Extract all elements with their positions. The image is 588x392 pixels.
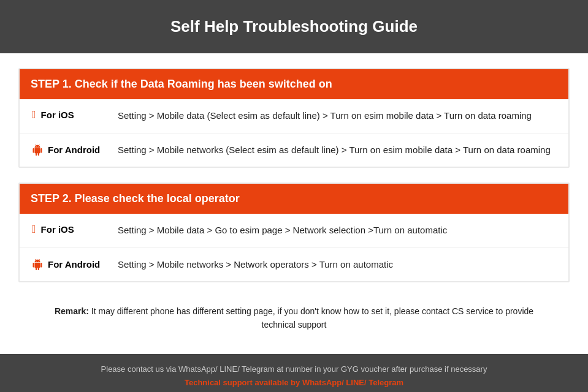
step1-block: STEP 1. Check if the Data Roaming has be… xyxy=(18,68,570,168)
remark-section: Remark: It may different phone has diffe… xyxy=(18,297,570,339)
step1-ios-label:  For iOS xyxy=(32,109,118,120)
step2-android-row: For Android Setting > Mobile networks > … xyxy=(20,248,568,282)
step1-android-label: For Android xyxy=(32,143,118,156)
step2-android-text: Setting > Mobile networks > Network oper… xyxy=(118,258,393,272)
step1-ios-text: Setting > Mobile data (Select esim as de… xyxy=(118,109,532,123)
remark-text: It may different phone has different set… xyxy=(91,306,533,330)
footer-main-text: Please contact us via WhatsApp/ LINE/ Te… xyxy=(12,363,576,376)
main-content: STEP 1. Check if the Data Roaming has be… xyxy=(0,53,588,354)
page-header: Self Help Troubleshooting Guide xyxy=(0,0,588,53)
step1-header: STEP 1. Check if the Data Roaming has be… xyxy=(20,69,568,99)
footer-support-text: Technical support available by WhatsApp/… xyxy=(12,376,576,390)
step1-body:  For iOS Setting > Mobile data (Select … xyxy=(20,99,568,167)
step2-header: STEP 2. Please check the local operator xyxy=(20,184,568,214)
page-title: Self Help Troubleshooting Guide xyxy=(12,17,576,36)
android-icon xyxy=(32,143,43,156)
step1-android-row: For Android Setting > Mobile networks (S… xyxy=(20,134,568,167)
step2-ios-row:  For iOS Setting > Mobile data > Go to … xyxy=(20,214,568,248)
step1-ios-row:  For iOS Setting > Mobile data (Select … xyxy=(20,99,568,134)
apple-icon:  xyxy=(32,109,36,120)
step1-android-text: Setting > Mobile networks (Select esim a… xyxy=(118,143,551,157)
step2-heading: STEP 2. Please check the local operator xyxy=(31,192,240,205)
step2-ios-label:  For iOS xyxy=(32,224,118,235)
step2-ios-text: Setting > Mobile data > Go to esim page … xyxy=(118,224,447,238)
apple-icon-2:  xyxy=(32,224,36,235)
step2-body:  For iOS Setting > Mobile data > Go to … xyxy=(20,214,568,281)
step2-android-label: For Android xyxy=(32,258,118,271)
step1-heading: STEP 1. Check if the Data Roaming has be… xyxy=(31,78,332,90)
step2-block: STEP 2. Please check the local operator … xyxy=(18,183,570,282)
android-icon-2 xyxy=(32,258,43,271)
footer: Please contact us via WhatsApp/ LINE/ Te… xyxy=(0,354,588,392)
remark-label: Remark: xyxy=(55,306,89,316)
